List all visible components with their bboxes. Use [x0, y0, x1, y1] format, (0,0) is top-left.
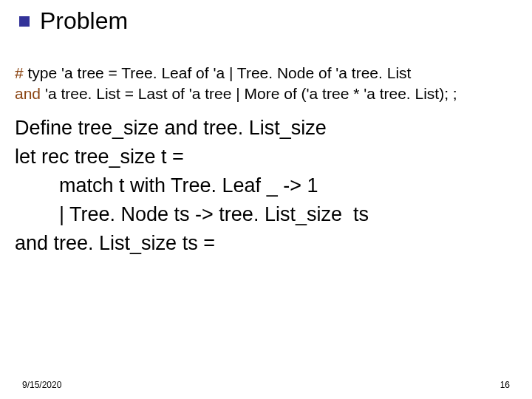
body-block: Define tree_size and tree. List_size let… [15, 114, 517, 259]
type-def-text-2: 'a tree. List = Last of 'a tree | More o… [41, 85, 457, 102]
hash-symbol: # [15, 64, 24, 81]
body-line-2: let rec tree_size t = [15, 143, 517, 171]
footer-page-number: 16 [500, 380, 510, 390]
and-keyword: and [15, 85, 41, 102]
slide: Problem # type 'a tree = Tree. Leaf of '… [0, 0, 532, 399]
slide-content: # type 'a tree = Tree. Leaf of 'a | Tree… [15, 63, 517, 258]
title-bullet-icon [19, 16, 30, 27]
type-def-line-1: # type 'a tree = Tree. Leaf of 'a | Tree… [15, 63, 517, 83]
body-line-4: | Tree. Node ts -> tree. List_size ts [15, 200, 517, 229]
body-line-1: Define tree_size and tree. List_size [15, 114, 517, 143]
slide-title: Problem [40, 7, 128, 35]
body-line-5: and tree. List_size ts = [15, 229, 517, 258]
body-line-3: match t with Tree. Leaf _ -> 1 [15, 171, 517, 200]
type-def-text-1: type 'a tree = Tree. Leaf of 'a | Tree. … [24, 64, 412, 81]
type-def-line-2: and 'a tree. List = Last of 'a tree | Mo… [15, 83, 517, 104]
slide-title-row: Problem [19, 7, 128, 35]
footer-date: 9/15/2020 [22, 380, 61, 390]
